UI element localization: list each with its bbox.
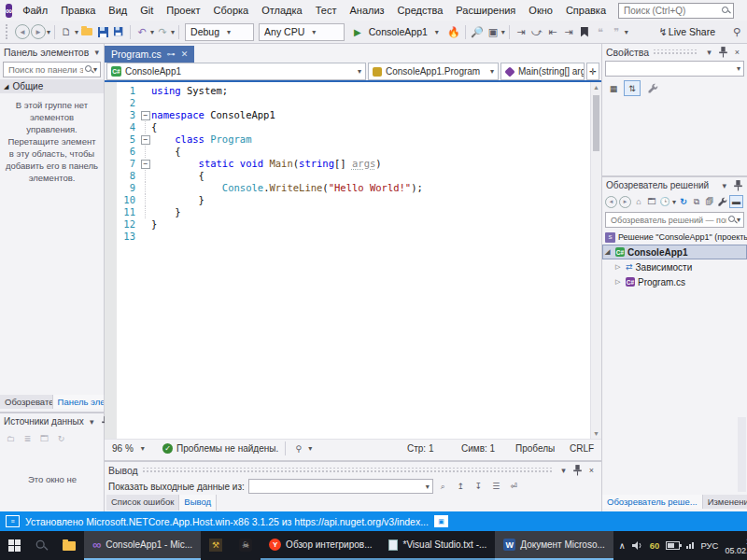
hot-reload-icon[interactable]: 🔥 — [446, 24, 461, 39]
menu-проект[interactable]: Проект — [160, 4, 206, 17]
start-button[interactable] — [0, 531, 29, 560]
speaker-icon[interactable] — [632, 540, 643, 551]
tab-server-explorer[interactable]: Обозревате... — [0, 395, 53, 409]
switch-views-icon[interactable]: 🗔 — [646, 196, 657, 208]
tree-row-dependencies[interactable]: ▷ ⇄ Зависимости — [602, 259, 747, 274]
se-back-icon[interactable]: ◄ — [605, 196, 617, 208]
scroll-up-icon[interactable]: ▲ — [591, 82, 601, 92]
code-line-11[interactable]: 11 } — [105, 206, 601, 218]
scroll-down-icon[interactable]: ▼ — [591, 428, 601, 439]
navigate-back-icon[interactable]: ◄ — [15, 24, 30, 39]
menu-средства[interactable]: Средства — [391, 4, 450, 17]
nuget-output-icon[interactable]: ≡ — [6, 515, 20, 527]
taskbar-word-button[interactable]: W Документ Microso... — [495, 531, 613, 560]
editor-vertical-scrollbar[interactable]: ▲ ▼ — [590, 82, 601, 439]
navbar-project-dropdown[interactable]: C# ConsoleApp1▾ — [106, 63, 366, 80]
pending-changes-icon[interactable]: 🕒 — [659, 196, 670, 208]
tab-pin-icon[interactable]: ⊶ — [167, 49, 176, 59]
live-share-label[interactable]: Live Share — [669, 26, 715, 37]
undo-caret[interactable]: ▾ — [150, 28, 154, 36]
tab-program-cs[interactable]: Program.cs ⊶ ✕ — [105, 46, 194, 63]
right-panel-scrollbar[interactable] — [738, 417, 746, 492]
tab-solution-explorer[interactable]: Обозреватель реше... — [602, 495, 703, 509]
project-expander-icon[interactable]: ◢ — [605, 248, 613, 256]
solution-search-caret[interactable]: ▾ — [737, 216, 740, 224]
menu-файл[interactable]: Файл — [16, 4, 54, 17]
attach-caret[interactable]: ▾ — [501, 28, 505, 36]
pending-caret[interactable]: ▾ — [672, 198, 676, 206]
se-properties-icon[interactable] — [717, 197, 727, 207]
step-into-icon[interactable]: ⇥ — [514, 24, 529, 39]
word-wrap-icon[interactable]: ⏎ — [508, 481, 520, 493]
redo-icon[interactable]: ↷ — [155, 24, 170, 39]
save-all-icon[interactable] — [111, 24, 126, 39]
solution-explorer-menu-caret[interactable]: ▾ — [718, 179, 730, 191]
home-icon[interactable]: ⌂ — [633, 196, 644, 208]
undo-icon[interactable]: ↶ — [134, 24, 149, 39]
code-line-3[interactable]: 3−namespace ConsoleApp1 — [105, 109, 601, 121]
fold-collapse-icon[interactable]: − — [141, 160, 150, 169]
goto-next-icon[interactable]: ↧ — [472, 481, 485, 493]
toolbox-header[interactable]: Панель элементов ▾ × — [0, 44, 104, 60]
indent-more-icon[interactable]: ⇥ — [561, 24, 576, 39]
tree-row-solution[interactable]: S Решение "ConsoleApp1" (проекты: 1 из 1… — [602, 230, 747, 245]
menu-вид[interactable]: Вид — [102, 4, 134, 17]
solution-explorer-header[interactable]: Обозреватель решений ▾ × — [602, 177, 747, 193]
spaces-label[interactable]: Пробелы — [515, 443, 570, 454]
properties-close-icon[interactable]: × — [731, 46, 743, 58]
clock[interactable]: 17:31 05.02.2023 — [725, 537, 747, 555]
code-line-9[interactable]: 9 Console.WriteLine("Hello World!"); — [105, 182, 601, 194]
open-file-icon[interactable] — [79, 24, 94, 39]
properties-header[interactable]: Свойства ▾ × — [602, 44, 747, 60]
tab-toolbox[interactable]: Панель эле... — [53, 395, 105, 409]
battery-percent-label[interactable]: 60 — [650, 540, 660, 551]
properties-object-dropdown[interactable]: ▾ — [605, 61, 744, 77]
scrollbar-thumb[interactable] — [593, 95, 599, 151]
nav-dropdown-caret[interactable]: ▾ — [47, 28, 50, 36]
tab-close-icon[interactable]: ✕ — [181, 49, 189, 59]
dependencies-expander-icon[interactable]: ▷ — [615, 263, 623, 271]
toolbox-search-input[interactable] — [7, 63, 85, 76]
problems-label[interactable]: Проблемы не найдены. — [176, 443, 278, 454]
data-sources-header[interactable]: Источники данных ▾ × — [0, 413, 105, 429]
taskbar-search-button[interactable] — [29, 531, 54, 560]
configuration-dropdown[interactable]: Debug▾ — [185, 23, 254, 41]
solution-search-input[interactable] — [609, 215, 728, 226]
fold-collapse-icon[interactable]: − — [141, 111, 150, 120]
se-forward-icon[interactable]: ► — [619, 196, 631, 208]
menu-окно[interactable]: Окно — [522, 4, 559, 17]
redo-caret[interactable]: ▾ — [171, 28, 175, 36]
fold-collapse-icon[interactable]: − — [141, 135, 150, 145]
code-line-12[interactable]: 12} — [105, 218, 601, 231]
taskbar-game1-button[interactable]: ⚒ — [201, 531, 231, 560]
quick-search[interactable] — [618, 3, 734, 19]
code-line-5[interactable]: 5− class Program — [105, 133, 601, 146]
file-explorer-button[interactable] — [54, 531, 84, 560]
properties-pin-icon[interactable] — [717, 46, 729, 58]
property-pages-icon[interactable] — [647, 83, 658, 94]
toolbox-section-general[interactable]: ◢ Общие — [0, 79, 104, 93]
find-message-icon[interactable]: ⌕ — [437, 481, 449, 493]
tab-error-list[interactable]: Список ошибок — [106, 495, 179, 511]
collapse-all-icon[interactable]: ▬ — [729, 195, 743, 208]
step-over-icon[interactable]: ⤻ — [529, 24, 544, 39]
uncomment-icon[interactable]: ❞ — [609, 24, 624, 39]
new-file-caret[interactable]: ▾ — [75, 28, 78, 36]
navbar-member-dropdown[interactable]: Main(string[] args)▾ — [500, 63, 585, 80]
code-line-7[interactable]: 7− static void Main(string[] args) — [105, 158, 601, 170]
menu-git[interactable]: Git — [134, 4, 160, 17]
code-line-8[interactable]: 8 { — [105, 170, 601, 182]
language-indicator[interactable]: РУС — [700, 540, 718, 551]
save-icon[interactable] — [95, 24, 110, 39]
goto-prev-icon[interactable]: ↥ — [455, 481, 467, 493]
zoom-dropdown[interactable]: 96 %▾ — [108, 443, 159, 454]
clear-all-icon[interactable]: ☰ — [490, 481, 502, 493]
taskbar-notepad-button[interactable]: *Visual Studio.txt -... — [380, 531, 495, 560]
menu-расширения[interactable]: Расширения — [449, 4, 522, 17]
tree-row-project[interactable]: ◢ C# ConsoleApp1 — [602, 245, 747, 259]
run-button[interactable]: ▶ConsoleApp1▾ — [349, 24, 444, 40]
menu-тест[interactable]: Тест — [309, 4, 344, 17]
file-expander-icon[interactable]: ▷ — [615, 278, 623, 286]
data-sources-menu-caret[interactable]: ▾ — [86, 415, 98, 427]
attach-icon[interactable]: ▣ — [486, 24, 500, 39]
